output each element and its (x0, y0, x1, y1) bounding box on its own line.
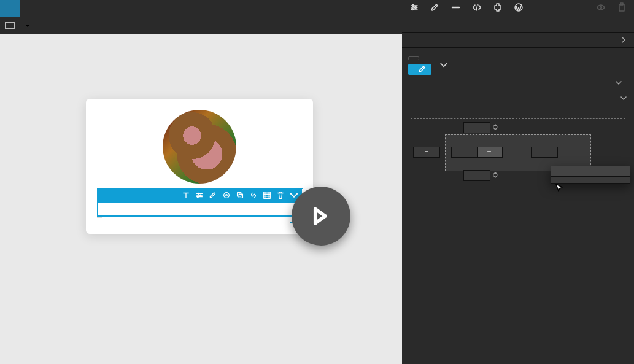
chip-menu[interactable] (439, 61, 448, 69)
clipboard-icon[interactable] (617, 2, 627, 14)
no-color-button[interactable] (551, 176, 630, 183)
class-chip[interactable] (408, 64, 431, 75)
html-tab-icon[interactable] (472, 2, 482, 14)
padding-left-input[interactable] (451, 147, 478, 158)
selected-element-wrap (97, 202, 302, 217)
margin-top-input[interactable] (463, 122, 490, 133)
play-icon (307, 202, 335, 230)
properties-header (402, 17, 634, 33)
selection-dimensions (97, 217, 102, 218)
file-tabbar (0, 0, 402, 17)
eye-icon[interactable] (596, 2, 606, 14)
margin-bottom-input[interactable] (463, 170, 490, 181)
inspector-panel (402, 0, 634, 364)
chevron-down-icon[interactable] (25, 23, 31, 29)
inspector-tabs (402, 0, 634, 17)
svg-point-6 (226, 195, 228, 196)
chevron-right-icon (620, 37, 627, 43)
brush-icon[interactable] (209, 191, 217, 199)
text-section-header[interactable] (408, 90, 628, 104)
chevron-down-icon (620, 95, 627, 101)
play-button[interactable] (292, 187, 350, 246)
breakpoint-tabs (408, 80, 628, 90)
code-tab-icon[interactable] (451, 2, 461, 14)
avatar-image[interactable] (163, 110, 236, 184)
pencil-icon (418, 66, 425, 73)
link-icon[interactable] (249, 191, 258, 199)
text-tool-icon[interactable] (182, 191, 190, 199)
margin-padding-header[interactable] (408, 104, 628, 114)
padding-lock[interactable] (476, 147, 503, 158)
element-toolbar[interactable] (97, 188, 302, 202)
user-card[interactable] (86, 99, 313, 234)
canvas[interactable] (0, 34, 402, 364)
svg-point-14 (600, 7, 602, 9)
sliders-icon[interactable] (195, 191, 204, 199)
trash-icon[interactable] (276, 191, 285, 199)
breakpoint-bar (0, 17, 402, 34)
properties-tab-icon[interactable] (409, 2, 419, 14)
plugin-tab-icon[interactable] (493, 2, 503, 14)
pseudo-class[interactable] (612, 80, 622, 86)
duplicate-icon[interactable] (236, 191, 244, 199)
device-icon (5, 22, 15, 29)
svg-rect-9 (264, 192, 271, 199)
svg-point-5 (224, 193, 230, 198)
selected-element[interactable] (97, 202, 302, 217)
wordpress-icon[interactable] (514, 2, 524, 14)
target-icon[interactable] (222, 191, 231, 199)
info-section[interactable] (402, 33, 634, 48)
grid-icon[interactable] (263, 191, 271, 199)
brush-tab-icon[interactable] (430, 2, 440, 14)
margin-right-input[interactable] (531, 147, 558, 158)
color-picker-popover[interactable] (551, 166, 630, 184)
file-tab[interactable] (0, 0, 20, 17)
panel-body (402, 48, 634, 364)
editor-pane (0, 0, 402, 364)
margin-left-input[interactable] (413, 147, 440, 158)
